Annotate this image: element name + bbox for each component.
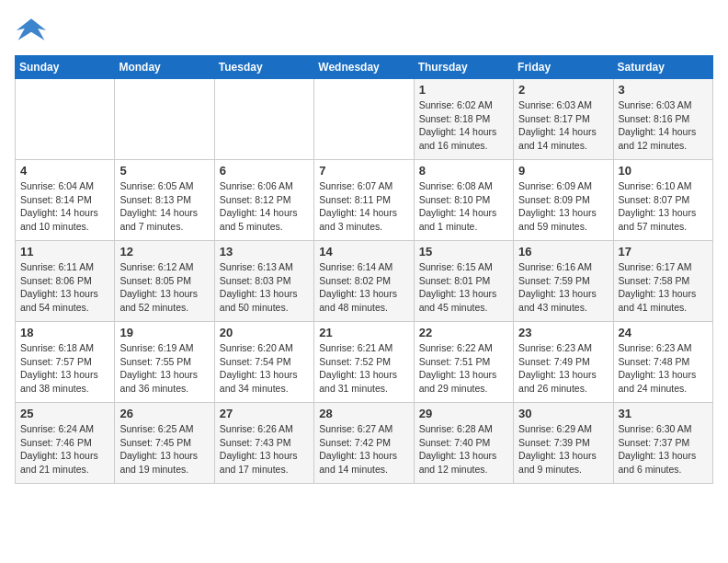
calendar-cell: 23Sunrise: 6:23 AM Sunset: 7:49 PM Dayli… [514, 322, 613, 403]
calendar-cell [115, 79, 214, 160]
day-number: 14 [319, 245, 408, 259]
calendar-cell [16, 79, 115, 160]
day-info: Sunrise: 6:05 AM Sunset: 8:13 PM Dayligh… [119, 179, 209, 234]
calendar-cell [214, 79, 313, 160]
day-info: Sunrise: 6:13 AM Sunset: 8:03 PM Dayligh… [220, 260, 309, 315]
day-info: Sunrise: 6:14 AM Sunset: 8:02 PM Dayligh… [319, 260, 408, 315]
calendar-body: 1Sunrise: 6:02 AM Sunset: 8:18 PM Daylig… [16, 79, 713, 484]
calendar-cell: 20Sunrise: 6:20 AM Sunset: 7:54 PM Dayli… [214, 322, 313, 403]
day-number: 19 [119, 326, 209, 339]
calendar-cell: 28Sunrise: 6:27 AM Sunset: 7:42 PM Dayli… [314, 403, 414, 484]
day-number: 9 [518, 164, 608, 178]
calendar-cell: 16Sunrise: 6:16 AM Sunset: 7:59 PM Dayli… [514, 241, 613, 322]
weekday-header-wednesday: Wednesday [314, 56, 414, 79]
calendar-cell: 26Sunrise: 6:25 AM Sunset: 7:45 PM Dayli… [115, 403, 214, 484]
calendar-cell: 22Sunrise: 6:22 AM Sunset: 7:51 PM Dayli… [414, 322, 513, 403]
calendar-cell: 25Sunrise: 6:24 AM Sunset: 7:46 PM Dayli… [16, 403, 115, 484]
day-info: Sunrise: 6:09 AM Sunset: 8:09 PM Dayligh… [518, 179, 608, 234]
weekday-header-thursday: Thursday [414, 56, 513, 79]
day-number: 30 [518, 407, 608, 420]
calendar-cell: 19Sunrise: 6:19 AM Sunset: 7:55 PM Dayli… [115, 322, 214, 403]
weekday-header-sunday: Sunday [16, 56, 115, 79]
calendar-cell: 8Sunrise: 6:08 AM Sunset: 8:10 PM Daylig… [414, 160, 513, 241]
day-info: Sunrise: 6:27 AM Sunset: 7:42 PM Dayligh… [319, 422, 408, 477]
day-info: Sunrise: 6:02 AM Sunset: 8:18 PM Dayligh… [419, 98, 508, 153]
day-number: 13 [220, 245, 309, 259]
calendar-week-5: 25Sunrise: 6:24 AM Sunset: 7:46 PM Dayli… [16, 403, 713, 484]
day-number: 23 [518, 326, 608, 339]
day-info: Sunrise: 6:16 AM Sunset: 7:59 PM Dayligh… [518, 260, 608, 315]
weekday-header-monday: Monday [115, 56, 214, 79]
day-number: 22 [419, 326, 508, 339]
day-number: 17 [619, 245, 708, 259]
day-number: 29 [419, 407, 508, 420]
day-info: Sunrise: 6:03 AM Sunset: 8:16 PM Dayligh… [619, 98, 708, 153]
calendar-cell: 29Sunrise: 6:28 AM Sunset: 7:40 PM Dayli… [414, 403, 513, 484]
day-info: Sunrise: 6:03 AM Sunset: 8:17 PM Dayligh… [518, 98, 608, 153]
day-number: 21 [319, 326, 408, 339]
calendar-cell: 21Sunrise: 6:21 AM Sunset: 7:52 PM Dayli… [314, 322, 414, 403]
calendar-cell: 31Sunrise: 6:30 AM Sunset: 7:37 PM Dayli… [613, 403, 712, 484]
calendar-header: SundayMondayTuesdayWednesdayThursdayFrid… [16, 56, 713, 79]
calendar-cell: 9Sunrise: 6:09 AM Sunset: 8:09 PM Daylig… [514, 160, 613, 241]
day-info: Sunrise: 6:24 AM Sunset: 7:46 PM Dayligh… [20, 422, 109, 477]
day-info: Sunrise: 6:21 AM Sunset: 7:52 PM Dayligh… [319, 341, 408, 396]
calendar-cell: 13Sunrise: 6:13 AM Sunset: 8:03 PM Dayli… [214, 241, 313, 322]
day-number: 6 [220, 164, 309, 178]
day-info: Sunrise: 6:11 AM Sunset: 8:06 PM Dayligh… [20, 260, 109, 315]
day-info: Sunrise: 6:28 AM Sunset: 7:40 PM Dayligh… [419, 422, 508, 477]
weekday-header-saturday: Saturday [613, 56, 712, 79]
logo [15, 15, 53, 44]
day-info: Sunrise: 6:18 AM Sunset: 7:57 PM Dayligh… [20, 341, 109, 396]
day-number: 3 [619, 83, 708, 97]
calendar-cell: 2Sunrise: 6:03 AM Sunset: 8:17 PM Daylig… [514, 79, 613, 160]
calendar-cell: 18Sunrise: 6:18 AM Sunset: 7:57 PM Dayli… [16, 322, 115, 403]
day-number: 5 [119, 164, 209, 178]
weekday-header-friday: Friday [514, 56, 613, 79]
day-info: Sunrise: 6:30 AM Sunset: 7:37 PM Dayligh… [619, 422, 708, 477]
logo-bird-icon [15, 15, 48, 44]
day-info: Sunrise: 6:10 AM Sunset: 8:07 PM Dayligh… [619, 179, 708, 234]
day-info: Sunrise: 6:08 AM Sunset: 8:10 PM Dayligh… [419, 179, 508, 234]
day-info: Sunrise: 6:20 AM Sunset: 7:54 PM Dayligh… [220, 341, 309, 396]
calendar-table: SundayMondayTuesdayWednesdayThursdayFrid… [15, 55, 713, 484]
day-info: Sunrise: 6:12 AM Sunset: 8:05 PM Dayligh… [119, 260, 209, 315]
day-info: Sunrise: 6:23 AM Sunset: 7:48 PM Dayligh… [619, 341, 708, 396]
day-info: Sunrise: 6:04 AM Sunset: 8:14 PM Dayligh… [20, 179, 109, 234]
calendar-cell: 6Sunrise: 6:06 AM Sunset: 8:12 PM Daylig… [214, 160, 313, 241]
calendar-cell: 15Sunrise: 6:15 AM Sunset: 8:01 PM Dayli… [414, 241, 513, 322]
day-number: 8 [419, 164, 508, 178]
calendar-week-3: 11Sunrise: 6:11 AM Sunset: 8:06 PM Dayli… [16, 241, 713, 322]
day-number: 1 [419, 83, 508, 97]
calendar-week-2: 4Sunrise: 6:04 AM Sunset: 8:14 PM Daylig… [16, 160, 713, 241]
calendar-cell: 30Sunrise: 6:29 AM Sunset: 7:39 PM Dayli… [514, 403, 613, 484]
day-number: 15 [419, 245, 508, 259]
calendar-cell: 11Sunrise: 6:11 AM Sunset: 8:06 PM Dayli… [16, 241, 115, 322]
day-number: 31 [619, 407, 708, 420]
day-info: Sunrise: 6:23 AM Sunset: 7:49 PM Dayligh… [518, 341, 608, 396]
day-number: 24 [619, 326, 708, 339]
calendar-cell: 24Sunrise: 6:23 AM Sunset: 7:48 PM Dayli… [613, 322, 712, 403]
day-info: Sunrise: 6:26 AM Sunset: 7:43 PM Dayligh… [220, 422, 309, 477]
calendar-week-1: 1Sunrise: 6:02 AM Sunset: 8:18 PM Daylig… [16, 79, 713, 160]
day-info: Sunrise: 6:15 AM Sunset: 8:01 PM Dayligh… [419, 260, 508, 315]
day-number: 26 [119, 407, 209, 420]
calendar-cell: 17Sunrise: 6:17 AM Sunset: 7:58 PM Dayli… [613, 241, 712, 322]
calendar-cell: 27Sunrise: 6:26 AM Sunset: 7:43 PM Dayli… [214, 403, 313, 484]
calendar-cell: 12Sunrise: 6:12 AM Sunset: 8:05 PM Dayli… [115, 241, 214, 322]
calendar-cell: 4Sunrise: 6:04 AM Sunset: 8:14 PM Daylig… [16, 160, 115, 241]
day-info: Sunrise: 6:17 AM Sunset: 7:58 PM Dayligh… [619, 260, 708, 315]
calendar-cell: 1Sunrise: 6:02 AM Sunset: 8:18 PM Daylig… [414, 79, 513, 160]
day-number: 27 [220, 407, 309, 420]
day-info: Sunrise: 6:29 AM Sunset: 7:39 PM Dayligh… [518, 422, 608, 477]
day-number: 10 [619, 164, 708, 178]
calendar-week-4: 18Sunrise: 6:18 AM Sunset: 7:57 PM Dayli… [16, 322, 713, 403]
day-info: Sunrise: 6:07 AM Sunset: 8:11 PM Dayligh… [319, 179, 408, 234]
calendar-cell: 10Sunrise: 6:10 AM Sunset: 8:07 PM Dayli… [613, 160, 712, 241]
day-number: 2 [518, 83, 608, 97]
day-info: Sunrise: 6:25 AM Sunset: 7:45 PM Dayligh… [119, 422, 209, 477]
day-number: 18 [20, 326, 109, 339]
weekday-header-tuesday: Tuesday [214, 56, 313, 79]
day-number: 12 [119, 245, 209, 259]
svg-marker-0 [17, 18, 46, 40]
